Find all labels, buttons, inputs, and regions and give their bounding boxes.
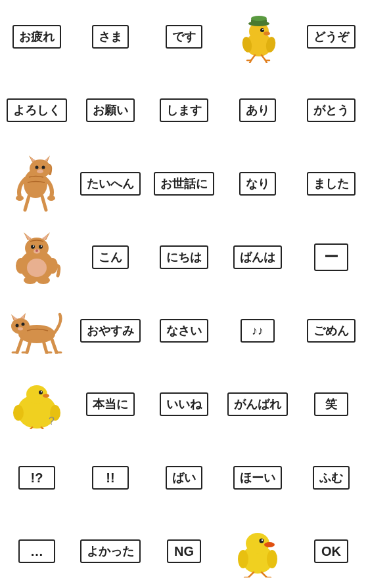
svg-point-28 <box>25 238 49 259</box>
label-otsukare: お疲れ <box>12 25 61 49</box>
svg-point-33 <box>31 245 35 249</box>
svg-point-73 <box>267 550 277 568</box>
cell-ok[interactable]: OK <box>294 514 368 588</box>
label-shimasu: します <box>160 98 208 122</box>
cell-ellipsis[interactable]: … <box>0 514 74 588</box>
cell-bai[interactable]: ばい <box>147 441 221 514</box>
cell-dash[interactable]: ー <box>294 220 368 294</box>
cell-fumu[interactable]: ふむ <box>294 441 368 514</box>
svg-line-13 <box>262 55 265 60</box>
cell-gatou[interactable]: がとう <box>294 74 368 147</box>
cell-nichiwa[interactable]: にちは <box>147 220 221 294</box>
cell-nari[interactable]: なり <box>221 147 294 220</box>
cell-onegai[interactable]: お願い <box>74 74 147 147</box>
svg-point-42 <box>37 276 50 284</box>
label-wara: 笑 <box>314 392 348 416</box>
svg-point-60 <box>41 391 42 392</box>
label-yokatta: よかった <box>80 539 141 563</box>
cell-desu[interactable]: です <box>147 0 221 74</box>
svg-point-7 <box>264 32 270 35</box>
label-!?: !? <box>18 466 55 490</box>
cell-bird-cap[interactable] <box>221 0 294 74</box>
svg-point-23 <box>42 166 45 169</box>
svg-point-5 <box>260 28 264 32</box>
svg-point-52 <box>18 327 23 331</box>
cell-iine[interactable]: いいね <box>147 368 221 441</box>
cell-ari[interactable]: あり <box>221 74 294 147</box>
label-nasai: なさい <box>160 319 208 343</box>
label-hontoni: 本当に <box>86 392 135 416</box>
svg-point-34 <box>39 245 43 249</box>
cell-ng[interactable]: NG <box>147 514 221 588</box>
cat-hang-icon <box>11 154 63 213</box>
cell-ganbare[interactable]: がんばれ <box>221 368 294 441</box>
cell-!![interactable]: !! <box>74 441 147 514</box>
label-douzo: どうぞ <box>307 25 356 49</box>
cell-cat-stretch[interactable] <box>0 294 74 368</box>
cell-chick-round[interactable]: ? <box>0 368 74 441</box>
cell-banwa[interactable]: ばんは <box>221 220 294 294</box>
cell-kon[interactable]: こん <box>74 220 147 294</box>
label-kon: こん <box>92 245 129 269</box>
cell-wara[interactable]: 笑 <box>294 368 368 441</box>
cell-sama[interactable]: さま <box>74 0 147 74</box>
svg-point-69 <box>260 539 264 543</box>
cell-douzo[interactable]: どうぞ <box>294 0 368 74</box>
label-gatou: がとう <box>307 98 356 122</box>
cell-yoroshiku[interactable]: よろしく <box>0 74 74 147</box>
cell-taihen[interactable]: たいへん <box>74 147 147 220</box>
svg-point-38 <box>35 249 38 252</box>
cat-stretch-icon <box>7 308 66 354</box>
label-mashita: ました <box>307 172 356 196</box>
svg-point-41 <box>24 276 37 284</box>
label-!!: !! <box>92 466 129 490</box>
emoji-grid: お疲れ さま です <box>0 0 368 588</box>
label-bai: ばい <box>166 466 202 490</box>
label-onegai: お願い <box>86 98 135 122</box>
svg-point-17 <box>30 159 51 178</box>
label-ganbare: がんばれ <box>227 392 288 416</box>
chick-duck-icon <box>231 525 284 578</box>
label-ng: NG <box>167 539 201 563</box>
cell-hoi[interactable]: ほーい <box>221 441 294 514</box>
cell-hontoni[interactable]: 本当に <box>74 368 147 441</box>
svg-point-4 <box>251 16 267 21</box>
cell-oyasumi[interactable]: おやすみ <box>74 294 147 368</box>
svg-point-61 <box>43 394 49 398</box>
label-osewani: お世話に <box>154 172 214 196</box>
label-ok: OK <box>314 539 348 563</box>
label-note: ♪♪ <box>241 319 275 343</box>
label-desu: です <box>166 25 202 49</box>
cell-shimasu[interactable]: します <box>147 74 221 147</box>
cell-chick-duck[interactable] <box>221 514 294 588</box>
svg-point-39 <box>16 258 26 274</box>
chick-round-icon: ? <box>11 380 63 429</box>
cell-mashita[interactable]: ました <box>294 147 368 220</box>
label-nari: なり <box>239 172 276 196</box>
svg-point-25 <box>16 196 24 201</box>
svg-point-50 <box>16 324 19 327</box>
label-ari: あり <box>239 98 276 122</box>
svg-point-70 <box>262 539 263 541</box>
cell-yokatta[interactable]: よかった <box>74 514 147 588</box>
cell-osewani[interactable]: お世話に <box>147 147 221 220</box>
svg-point-36 <box>41 245 42 247</box>
label-nichiwa: にちは <box>160 245 208 269</box>
bird-cap-icon <box>231 10 284 63</box>
label-iine: いいね <box>160 392 208 416</box>
cell-!?[interactable]: !? <box>0 441 74 514</box>
label-oyasumi: おやすみ <box>80 319 141 343</box>
cell-cat-hang[interactable] <box>0 147 74 220</box>
cell-note[interactable]: ♪♪ <box>221 294 294 368</box>
cat-stand-icon <box>11 230 63 285</box>
cell-cat-stand[interactable] <box>0 220 74 294</box>
svg-point-71 <box>264 542 275 547</box>
cell-gomen[interactable]: ごめん <box>294 294 368 368</box>
cell-nasai[interactable]: なさい <box>147 294 221 368</box>
label-dash: ー <box>314 243 348 271</box>
svg-point-26 <box>47 196 55 201</box>
label-banwa: ばんは <box>233 245 282 269</box>
cell-otsukare[interactable]: お疲れ <box>0 0 74 74</box>
svg-point-51 <box>22 323 25 326</box>
label-sama: さま <box>92 25 129 49</box>
